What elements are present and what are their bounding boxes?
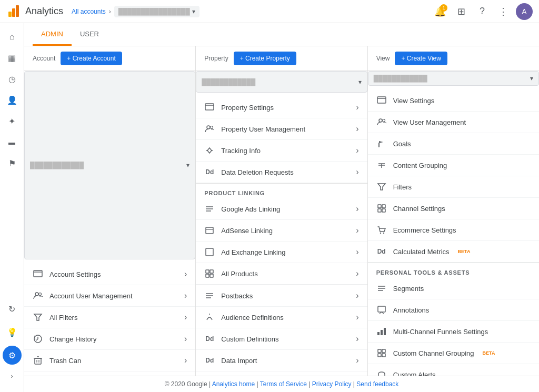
svg-marker-18 bbox=[207, 148, 212, 153]
tab-user[interactable]: USER bbox=[72, 24, 107, 46]
all-filters-arrow[interactable]: › bbox=[184, 313, 187, 322]
menu-item-ad-exchange[interactable]: Ad Exchange Linking › bbox=[196, 242, 367, 263]
menu-item-channel-settings[interactable]: Channel Settings bbox=[368, 198, 539, 219]
custom-defs-label: Custom Definitions bbox=[221, 335, 278, 343]
menu-item-google-ads[interactable]: Google Ads Linking › bbox=[196, 198, 367, 220]
view-col-header: View + Create View bbox=[368, 46, 539, 71]
data-import-icon: Dd bbox=[204, 355, 215, 366]
footer-link-analytics-home[interactable]: Analytics home bbox=[212, 380, 255, 388]
footer-link-privacy[interactable]: Privacy Policy bbox=[312, 380, 352, 388]
menu-item-ecommerce-settings[interactable]: Ecommerce Settings bbox=[368, 219, 539, 241]
menu-item-goals[interactable]: Goals bbox=[368, 133, 539, 155]
menu-item-all-filters[interactable]: All Filters › bbox=[24, 307, 195, 328]
view-col-label: View bbox=[376, 55, 390, 62]
account-user-mgmt-arrow[interactable]: › bbox=[184, 291, 187, 300]
menu-item-custom-channel-grouping[interactable]: Custom Channel Grouping BETA bbox=[368, 343, 539, 364]
view-column: View + Create View ████████████ ▾ View S… bbox=[368, 46, 539, 376]
audience-defs-arrow[interactable]: › bbox=[356, 313, 358, 322]
audience-defs-icon bbox=[204, 312, 215, 323]
nav-expand[interactable]: › bbox=[3, 367, 22, 386]
menu-item-custom-alerts[interactable]: Custom Alerts bbox=[368, 364, 539, 376]
nav-realtime[interactable]: ◷ bbox=[3, 69, 22, 88]
menu-item-account-user-mgmt[interactable]: Account User Management › bbox=[24, 285, 195, 307]
menu-item-change-history[interactable]: Change History › bbox=[24, 328, 195, 350]
svg-rect-41 bbox=[378, 205, 381, 208]
menu-item-all-products[interactable]: All Products › bbox=[196, 263, 367, 285]
more-options-button[interactable]: ⋮ bbox=[495, 3, 512, 20]
menu-item-segments[interactable]: Segments bbox=[368, 278, 539, 299]
menu-item-property-settings[interactable]: Property Settings › bbox=[196, 97, 367, 118]
annotations-label: Annotations bbox=[393, 306, 430, 314]
user-avatar[interactable]: A bbox=[516, 3, 533, 20]
menu-item-property-user-mgmt[interactable]: Property User Management › bbox=[196, 118, 367, 140]
menu-item-view-settings[interactable]: View Settings bbox=[368, 90, 539, 112]
menu-item-tracking-info[interactable]: Tracking Info › bbox=[196, 140, 367, 162]
menu-item-filters[interactable]: Filters bbox=[368, 176, 539, 198]
change-history-arrow[interactable]: › bbox=[184, 334, 187, 344]
footer-link-terms[interactable]: Terms of Service bbox=[260, 380, 307, 388]
tracking-info-arrow[interactable]: › bbox=[356, 146, 358, 155]
nav-insights[interactable]: 💡 bbox=[3, 323, 22, 341]
trash-can-arrow[interactable]: › bbox=[184, 356, 187, 365]
menu-item-annotations[interactable]: Annotations bbox=[368, 299, 539, 321]
svg-point-45 bbox=[380, 233, 381, 234]
nav-bottom: ↻ 💡 ⚙ › bbox=[3, 299, 22, 392]
tracking-info-label: Tracking Info bbox=[221, 147, 261, 155]
all-products-arrow[interactable]: › bbox=[356, 269, 358, 278]
top-header: Analytics All accounts › ███████████████… bbox=[0, 0, 539, 23]
custom-defs-arrow[interactable]: › bbox=[356, 334, 358, 344]
help-button[interactable]: ? bbox=[474, 3, 491, 20]
menu-item-data-deletion[interactable]: Dd Data Deletion Requests › bbox=[196, 162, 367, 183]
data-import-arrow[interactable]: › bbox=[356, 356, 358, 365]
apps-button[interactable]: ⊞ bbox=[453, 3, 470, 20]
nav-audience[interactable]: 👤 bbox=[3, 91, 22, 109]
menu-item-view-user-mgmt[interactable]: View User Management bbox=[368, 112, 539, 133]
footer-link-feedback[interactable]: Send feedback bbox=[356, 380, 398, 388]
svg-rect-43 bbox=[378, 209, 381, 212]
nav-admin[interactable]: ⚙ bbox=[3, 346, 22, 365]
google-ads-arrow[interactable]: › bbox=[356, 204, 358, 214]
account-settings-arrow[interactable]: › bbox=[184, 269, 187, 279]
property-user-mgmt-arrow[interactable]: › bbox=[356, 124, 358, 134]
avatar-letter: A bbox=[522, 7, 526, 16]
nav-acquisition[interactable]: ✦ bbox=[3, 112, 22, 130]
nav-refresh[interactable]: ↻ bbox=[3, 299, 22, 318]
menu-item-account-settings[interactable]: Account Settings › bbox=[24, 264, 195, 285]
menu-item-custom-defs[interactable]: Dd Custom Definitions › bbox=[196, 328, 367, 350]
create-account-button[interactable]: + Create Account bbox=[61, 52, 122, 65]
adsense-arrow[interactable]: › bbox=[356, 226, 358, 235]
account-col-label: Account bbox=[33, 55, 55, 62]
ad-exchange-arrow[interactable]: › bbox=[356, 247, 358, 257]
nav-conversions[interactable]: ⚑ bbox=[3, 154, 22, 173]
account-name-selector[interactable]: ████████████████ ▾ bbox=[114, 6, 199, 17]
menu-item-trash-can[interactable]: Trash Can › bbox=[24, 350, 195, 371]
notifications-button[interactable]: 🔔 1 bbox=[432, 3, 448, 20]
postbacks-arrow[interactable]: › bbox=[356, 291, 358, 300]
nav-behavior[interactable]: ▬ bbox=[3, 133, 22, 152]
menu-item-calculated-metrics[interactable]: Dd Calculated Metrics BETA bbox=[368, 241, 539, 263]
account-selector-dropdown[interactable]: ████████████ ▾ bbox=[24, 71, 195, 259]
menu-item-content-grouping[interactable]: Content Grouping bbox=[368, 155, 539, 176]
menu-item-audience-defs[interactable]: Audience Definitions › bbox=[196, 307, 367, 328]
data-deletion-arrow[interactable]: › bbox=[356, 167, 358, 177]
account-selector[interactable]: All accounts › ████████████████ ▾ bbox=[72, 6, 199, 17]
create-view-button[interactable]: + Create View bbox=[395, 52, 447, 65]
view-user-mgmt-icon bbox=[376, 117, 387, 127]
bulb-icon: 💡 bbox=[7, 327, 17, 337]
menu-item-multi-channel[interactable]: Multi-Channel Funnels Settings bbox=[368, 321, 539, 343]
adsense-label: AdSense Linking bbox=[221, 227, 273, 235]
menu-item-postbacks[interactable]: Postbacks › bbox=[196, 285, 367, 307]
property-selector-dropdown[interactable]: ████████████ ▾ bbox=[196, 71, 367, 93]
filters-icon bbox=[376, 182, 387, 192]
svg-rect-25 bbox=[206, 270, 209, 273]
menu-item-data-import[interactable]: Dd Data Import › bbox=[196, 350, 367, 371]
menu-item-adsense[interactable]: AdSense Linking › bbox=[196, 220, 367, 242]
nav-home[interactable]: ⌂ bbox=[3, 27, 22, 46]
view-selector-dropdown[interactable]: ████████████ ▾ bbox=[368, 71, 539, 86]
nav-dashboard[interactable]: ▦ bbox=[3, 48, 22, 67]
all-filters-icon bbox=[33, 312, 43, 323]
tab-admin[interactable]: ADMIN bbox=[33, 24, 72, 46]
all-accounts-link[interactable]: All accounts bbox=[72, 8, 106, 15]
property-settings-arrow[interactable]: › bbox=[356, 103, 358, 112]
create-property-button[interactable]: + Create Property bbox=[234, 52, 296, 65]
